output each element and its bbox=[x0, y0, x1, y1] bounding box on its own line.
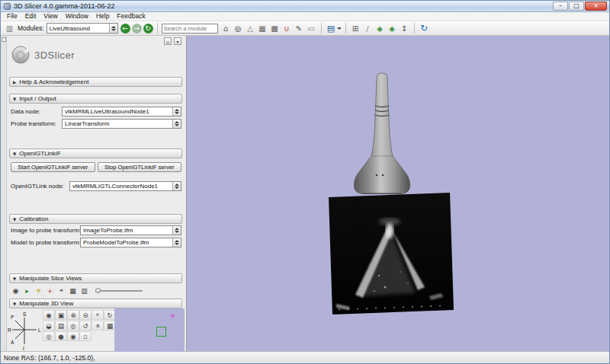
section-input-output[interactable]: ▼ Input / Output bbox=[9, 94, 182, 104]
panel-pin-button[interactable]: ▫ bbox=[164, 37, 172, 45]
menu-item[interactable]: Help bbox=[92, 12, 113, 21]
history-icon[interactable]: ↻ bbox=[143, 24, 153, 34]
view3d-rock-icon[interactable]: ◒ bbox=[43, 321, 55, 330]
combo-arrows-icon[interactable] bbox=[172, 226, 181, 235]
editor-pencil-icon[interactable]: ✎ bbox=[294, 23, 305, 34]
modules-label: Modules: bbox=[18, 24, 44, 32]
slice-crosshair-icon[interactable]: + bbox=[45, 286, 55, 295]
close-button[interactable]: × bbox=[585, 2, 607, 11]
view3d-ortho-icon[interactable]: ▤ bbox=[55, 321, 67, 330]
module-search-input[interactable] bbox=[162, 24, 218, 34]
view3d-stereo-icon[interactable]: ◎ bbox=[43, 331, 55, 341]
view3d-controls: S I R L P A ◉▣⊕⊖⌖↻ ◒▤◎↺✳▦ bbox=[8, 308, 185, 352]
view3d-zoomout-icon[interactable]: ⊖ bbox=[79, 310, 92, 320]
maximize-button[interactable]: □ bbox=[569, 2, 584, 11]
probe-transform-combobox[interactable]: LinearTransform bbox=[62, 119, 181, 129]
combo-arrows-icon[interactable] bbox=[172, 238, 181, 247]
combo-arrows-icon[interactable] bbox=[172, 120, 181, 128]
panel-collapse-button[interactable] bbox=[2, 37, 6, 42]
layout-selector[interactable]: ▤ bbox=[326, 23, 342, 34]
toolbar-separator bbox=[345, 23, 346, 34]
toolbar-separator bbox=[414, 23, 415, 34]
section-openigtlink[interactable]: ▼ OpenIGTLinkIF bbox=[9, 148, 182, 158]
data-node-combobox[interactable]: vtkMRMLLiveUltrasoundNode1 bbox=[62, 107, 181, 117]
slice-visibility-icon[interactable]: ◉ bbox=[11, 286, 21, 295]
layout-dropdown-arrow-icon[interactable] bbox=[337, 27, 342, 32]
slider-track bbox=[95, 290, 143, 292]
minimize-button[interactable]: – bbox=[553, 2, 568, 11]
panel-splitter[interactable] bbox=[1, 36, 7, 351]
view3d-pick-icon[interactable]: ⌖ bbox=[92, 310, 104, 320]
volume-rendering-icon[interactable]: ▦ bbox=[257, 23, 268, 34]
transforms-magnet-icon[interactable]: ∪ bbox=[281, 23, 293, 34]
start-server-button[interactable]: Start OpenIGTLinkIF server bbox=[11, 162, 95, 172]
collapse-arrow-icon: ▼ bbox=[13, 152, 16, 156]
axis-orientation-widget[interactable]: S I R L P A bbox=[8, 310, 41, 351]
section-3d-view[interactable]: ▼ Manipulate 3D View bbox=[9, 299, 182, 308]
scene-3d[interactable] bbox=[187, 36, 609, 351]
igt-node-combobox[interactable]: vtkMRMLIGTLConnectorNode1 bbox=[69, 181, 181, 191]
annotations-icon[interactable]: △ bbox=[245, 23, 256, 34]
toolbar-separator bbox=[321, 23, 322, 34]
combo-arrows-icon[interactable] bbox=[172, 182, 181, 190]
fiducial-grid-icon[interactable]: ⊞ bbox=[350, 23, 361, 34]
combo-arrows-icon[interactable] bbox=[172, 107, 181, 116]
section-3d-label: Manipulate 3D View bbox=[19, 300, 73, 307]
toolbar: ▥ Modules: LiveUltrasound ←→↻ ⌂◎△▦▩∪✎▭ ▤… bbox=[1, 21, 609, 36]
slice-grid-icon[interactable]: ▦ bbox=[68, 286, 78, 295]
section-slice-label: Manipulate Slice Views bbox=[19, 275, 82, 282]
section-help-label: Help & Acknowledgement bbox=[19, 78, 88, 85]
pin-green-icon[interactable]: ◈ bbox=[374, 23, 386, 34]
section-help[interactable]: ▶ Help & Acknowledgement bbox=[9, 77, 182, 87]
stop-server-button[interactable]: Stop OpenIGTLinkIF server bbox=[98, 162, 182, 172]
needle-icon[interactable]: ∕ bbox=[362, 23, 374, 34]
title-bar: 3D Slicer 4.0.gamma-2011-06-22 – □ × bbox=[1, 1, 609, 12]
view3d-button-grid: ◉▣⊕⊖⌖↻ ◒▤◎↺✳▦ ◎●◉▫ bbox=[43, 310, 119, 342]
navigation-view[interactable]: ✳ bbox=[114, 308, 185, 352]
menu-item[interactable]: Window bbox=[62, 12, 92, 21]
menu-item[interactable]: View bbox=[40, 12, 61, 21]
slice-opacity-slider[interactable] bbox=[95, 286, 143, 295]
axis-label-r: R bbox=[8, 327, 11, 333]
slice-label-icon[interactable]: ▥ bbox=[79, 286, 89, 295]
modules-combobox[interactable]: LiveUltrasound bbox=[47, 23, 118, 34]
ultrasound-image-plane[interactable] bbox=[329, 193, 454, 315]
forward-icon[interactable]: → bbox=[132, 24, 142, 34]
collapse-arrow-icon: ▼ bbox=[13, 276, 16, 281]
view3d-axes-icon[interactable]: ✳ bbox=[92, 321, 104, 330]
modules-icon: ▥ bbox=[4, 23, 15, 34]
screenshot-icon[interactable]: ◎ bbox=[233, 23, 244, 34]
ultrasound-probe-model[interactable] bbox=[354, 73, 409, 194]
slice-fit-icon[interactable]: ✳ bbox=[34, 286, 43, 295]
layout-icon[interactable]: ▤ bbox=[326, 23, 337, 34]
image-transform-combobox[interactable]: ImageToProbe.tfm bbox=[80, 225, 181, 235]
menu-item[interactable]: Feedback bbox=[113, 12, 149, 21]
ruler-icon[interactable]: ▭ bbox=[306, 23, 317, 34]
pin-green2-icon[interactable]: ◈ bbox=[387, 23, 398, 34]
view-3d[interactable] bbox=[187, 36, 609, 351]
view3d-reset-icon[interactable]: ↺ bbox=[79, 321, 92, 330]
menu-item[interactable]: Edit bbox=[21, 12, 40, 21]
view3d-dot-icon[interactable]: ● bbox=[55, 331, 67, 341]
data-modules-icon[interactable]: ▩ bbox=[269, 23, 281, 34]
view3d-zoomin-icon[interactable]: ⊕ bbox=[67, 310, 79, 320]
updown-icon[interactable]: ↕ bbox=[399, 23, 410, 34]
sync-icon[interactable]: ↻ bbox=[419, 23, 430, 34]
section-slice-views[interactable]: ▼ Manipulate Slice Views bbox=[9, 273, 182, 283]
slice-link-icon[interactable]: ▸ bbox=[22, 286, 32, 295]
section-calibration[interactable]: ▼ Calibration bbox=[9, 214, 182, 224]
view3d-capture-icon[interactable]: ◉ bbox=[67, 331, 79, 341]
slider-knob[interactable] bbox=[95, 288, 101, 293]
view3d-center-icon[interactable]: ▣ bbox=[55, 310, 67, 320]
view3d-misc-icon[interactable]: ▫ bbox=[79, 331, 92, 341]
panel-menu-button[interactable]: ▾ bbox=[174, 37, 181, 45]
menu-item[interactable]: File bbox=[3, 12, 21, 21]
model-transform-combobox[interactable]: ProbeModelToProbe.tfm bbox=[80, 238, 181, 247]
home-icon[interactable]: ⌂ bbox=[220, 23, 232, 34]
view3d-record-icon[interactable]: ◎ bbox=[67, 321, 79, 330]
view3d-eye-icon[interactable]: ◉ bbox=[43, 310, 55, 320]
slice-pick-icon[interactable]: ⌖ bbox=[56, 286, 66, 295]
combo-arrows-icon[interactable] bbox=[109, 24, 117, 33]
back-icon[interactable]: ← bbox=[120, 24, 130, 34]
camera-frustum-box bbox=[156, 327, 166, 337]
